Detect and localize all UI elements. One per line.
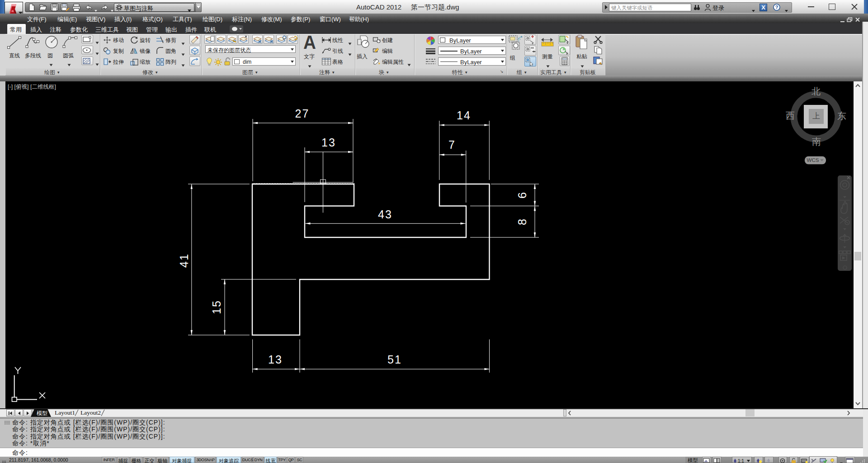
- svg-text:27: 27: [295, 107, 310, 120]
- svg-text:15: 15: [210, 300, 223, 314]
- svg-text:8: 8: [516, 218, 528, 225]
- svg-text:13: 13: [321, 136, 336, 149]
- svg-text:6: 6: [516, 191, 528, 198]
- svg-text:WCS: WCS: [807, 157, 819, 163]
- svg-text:南: 南: [812, 137, 821, 146]
- svg-text:43: 43: [378, 208, 392, 221]
- svg-text:模型: 模型: [37, 410, 47, 416]
- svg-text:41: 41: [178, 253, 190, 268]
- svg-text:[-] [俯视] [二维线框]: [-] [俯视] [二维线框]: [8, 84, 56, 90]
- svg-text:51: 51: [387, 353, 402, 366]
- svg-text:西: 西: [786, 111, 795, 121]
- svg-text:北: 北: [811, 86, 821, 96]
- svg-text:13: 13: [268, 353, 283, 366]
- svg-text:14: 14: [457, 109, 471, 122]
- svg-text:?: ?: [775, 5, 778, 10]
- svg-text:7: 7: [448, 138, 456, 151]
- svg-text:东: 东: [837, 111, 846, 121]
- svg-text:1:1: 1:1: [738, 458, 744, 463]
- svg-text:上: 上: [812, 112, 820, 120]
